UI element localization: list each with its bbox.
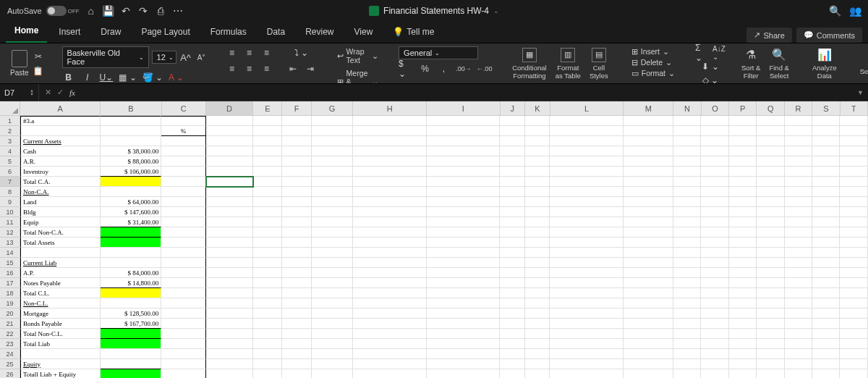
spreadsheet-grid[interactable]: 1234567891011121314151617181920212223242… <box>0 101 868 378</box>
cell-P7[interactable] <box>729 177 757 187</box>
cell-B11[interactable]: $ 31,400.00 <box>101 217 161 227</box>
cell-A13[interactable]: Total Assets <box>20 238 101 248</box>
cell-J26[interactable] <box>500 369 525 378</box>
cell-F22[interactable] <box>282 329 311 339</box>
row-header-23[interactable]: 23 <box>0 339 20 349</box>
cell-K1[interactable] <box>525 116 550 126</box>
cell-N8[interactable] <box>673 187 701 197</box>
cell-G24[interactable] <box>312 349 354 359</box>
cell-A19[interactable]: Non-C.L. <box>20 298 101 308</box>
cell-I26[interactable] <box>427 369 500 378</box>
cell-S3[interactable] <box>812 136 840 146</box>
percent-icon[interactable]: % <box>418 62 431 75</box>
cell-A17[interactable]: Notes Payable <box>20 278 101 288</box>
cell-C20[interactable] <box>161 308 205 319</box>
cell-M2[interactable] <box>624 126 673 136</box>
cell-K7[interactable] <box>525 177 550 187</box>
align-middle-icon[interactable]: ≡ <box>243 46 256 59</box>
row-header-5[interactable]: 5 <box>0 156 20 167</box>
cell-G18[interactable] <box>312 288 354 298</box>
toggle-switch[interactable] <box>46 6 67 16</box>
cell-H2[interactable] <box>353 126 426 136</box>
cell-S21[interactable] <box>812 319 840 329</box>
cell-T3[interactable] <box>840 136 867 146</box>
cell-D11[interactable] <box>206 217 253 227</box>
col-header-S[interactable]: S <box>812 101 840 116</box>
tab-tellme[interactable]: 💡Tell me <box>384 22 443 43</box>
cell-K3[interactable] <box>525 136 550 146</box>
cell-L13[interactable] <box>550 238 623 248</box>
bold-button[interactable]: B <box>62 71 75 84</box>
cell-M17[interactable] <box>624 278 673 288</box>
cell-P20[interactable] <box>729 308 757 319</box>
cell-I25[interactable] <box>427 359 500 369</box>
row-header-6[interactable]: 6 <box>0 167 20 177</box>
cell-T5[interactable] <box>840 156 867 167</box>
cell-styles-button[interactable]: ▤Cell Styles <box>587 48 611 80</box>
cell-O8[interactable] <box>701 187 728 197</box>
cell-S14[interactable] <box>812 248 840 258</box>
cell-A22[interactable]: Total Non-C.L. <box>20 329 101 339</box>
cell-K18[interactable] <box>525 288 550 298</box>
cell-S7[interactable] <box>812 177 840 187</box>
cell-C14[interactable] <box>161 248 205 258</box>
cell-K2[interactable] <box>525 126 550 136</box>
cell-H9[interactable] <box>353 197 426 207</box>
cell-Q18[interactable] <box>757 288 784 298</box>
enter-icon[interactable]: ✓ <box>57 88 64 97</box>
cell-E15[interactable] <box>253 258 282 268</box>
cell-D26[interactable] <box>206 369 253 378</box>
cell-O15[interactable] <box>701 258 728 268</box>
cell-E23[interactable] <box>253 339 282 349</box>
cell-P6[interactable] <box>729 167 757 177</box>
cell-R24[interactable] <box>785 349 812 359</box>
cell-E10[interactable] <box>253 207 282 217</box>
cell-J25[interactable] <box>500 359 525 369</box>
cell-S23[interactable] <box>812 339 840 349</box>
cell-S26[interactable] <box>812 369 840 378</box>
cell-T21[interactable] <box>840 319 867 329</box>
cell-B4[interactable]: $ 38,000.00 <box>101 146 161 156</box>
cell-Q17[interactable] <box>757 278 784 288</box>
cell-C10[interactable] <box>161 207 205 217</box>
cell-Q6[interactable] <box>757 167 784 177</box>
cell-N22[interactable] <box>673 329 701 339</box>
cell-D22[interactable] <box>206 329 253 339</box>
cell-E18[interactable] <box>253 288 282 298</box>
cell-J19[interactable] <box>500 298 525 308</box>
font-color-button[interactable]: A ⌄ <box>169 71 184 84</box>
cell-Q10[interactable] <box>757 207 784 217</box>
cell-J24[interactable] <box>500 349 525 359</box>
cell-T19[interactable] <box>840 298 867 308</box>
row-header-15[interactable]: 15 <box>0 258 20 268</box>
cell-E26[interactable] <box>253 369 282 378</box>
cell-I8[interactable] <box>427 187 500 197</box>
cell-T4[interactable] <box>840 146 867 156</box>
clear-icon[interactable]: ◇ ⌄ <box>702 74 718 84</box>
cell-Q15[interactable] <box>757 258 784 268</box>
cell-D18[interactable] <box>206 288 253 298</box>
cell-B13[interactable] <box>101 238 161 248</box>
row-header-10[interactable]: 10 <box>0 207 20 217</box>
cell-R6[interactable] <box>785 167 812 177</box>
cell-O10[interactable] <box>701 207 728 217</box>
cell-O12[interactable] <box>701 227 728 238</box>
cell-P17[interactable] <box>729 278 757 288</box>
cell-F18[interactable] <box>282 288 311 298</box>
cell-Q7[interactable] <box>757 177 784 187</box>
cell-S1[interactable] <box>812 116 840 126</box>
cell-E21[interactable] <box>253 319 282 329</box>
row-header-20[interactable]: 20 <box>0 308 20 319</box>
italic-button[interactable]: I <box>81 71 94 84</box>
cell-K17[interactable] <box>525 278 550 288</box>
cell-J20[interactable] <box>500 308 525 319</box>
cell-N21[interactable] <box>673 319 701 329</box>
cell-O9[interactable] <box>701 197 728 207</box>
cell-G10[interactable] <box>312 207 354 217</box>
cell-K10[interactable] <box>525 207 550 217</box>
cell-N14[interactable] <box>673 248 701 258</box>
cell-Q8[interactable] <box>757 187 784 197</box>
cell-T12[interactable] <box>840 227 867 238</box>
wrap-text-button[interactable]: ↩Wrap Text ⌄ <box>334 46 382 65</box>
cell-Q25[interactable] <box>757 359 784 369</box>
